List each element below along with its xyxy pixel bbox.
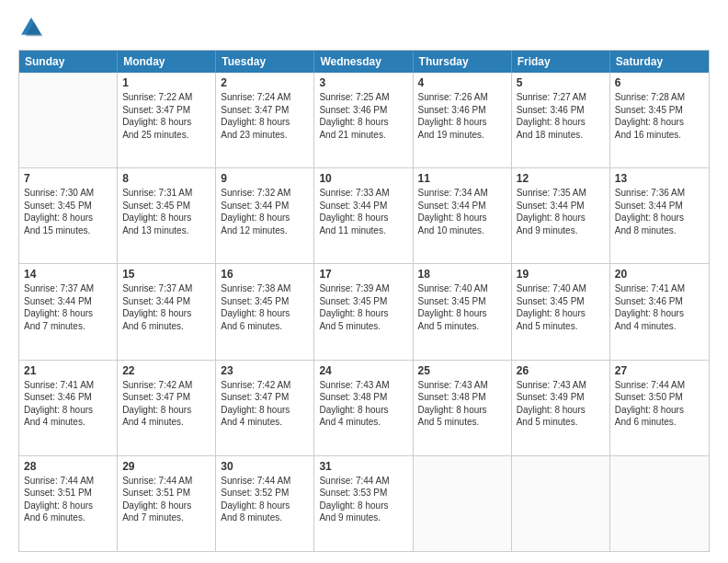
sunset-time: Sunset: 3:48 PM [418, 391, 506, 404]
sunset-time: Sunset: 3:44 PM [418, 200, 506, 213]
day-number: 19 [517, 268, 605, 281]
daylight-hours: Daylight: 8 hours [418, 404, 506, 417]
sunrise-time: Sunrise: 7:26 AM [418, 91, 506, 104]
calendar-cell [610, 456, 709, 551]
daylight-hours: Daylight: 8 hours [122, 500, 210, 512]
day-number: 20 [615, 268, 704, 281]
daylight-hours: Daylight: 8 hours [319, 404, 407, 417]
daylight-hours: Daylight: 8 hours [24, 404, 112, 417]
daylight-hours: Daylight: 8 hours [615, 307, 704, 320]
calendar-cell: 15Sunrise: 7:37 AMSunset: 3:44 PMDayligh… [118, 264, 216, 359]
sunset-time: Sunset: 3:47 PM [221, 104, 309, 117]
daylight-hours: Daylight: 8 hours [319, 212, 407, 224]
daylight-minutes: And 4 minutes. [615, 320, 704, 333]
daylight-minutes: And 5 minutes. [418, 416, 506, 429]
calendar-week-4: 21Sunrise: 7:41 AMSunset: 3:46 PMDayligh… [19, 361, 709, 456]
sunset-time: Sunset: 3:44 PM [221, 200, 309, 213]
calendar-header-monday: Monday [118, 51, 216, 73]
calendar-cell: 8Sunrise: 7:31 AMSunset: 3:45 PMDaylight… [118, 168, 216, 263]
calendar-header-saturday: Saturday [610, 51, 709, 73]
daylight-minutes: And 18 minutes. [517, 129, 605, 142]
daylight-minutes: And 5 minutes. [319, 320, 407, 333]
sunset-time: Sunset: 3:44 PM [615, 200, 704, 213]
sunrise-time: Sunrise: 7:40 AM [418, 282, 506, 295]
day-number: 18 [418, 268, 506, 281]
day-number: 15 [122, 268, 210, 281]
calendar-cell: 11Sunrise: 7:34 AMSunset: 3:44 PMDayligh… [414, 168, 512, 263]
daylight-hours: Daylight: 8 hours [221, 212, 309, 224]
sunset-time: Sunset: 3:53 PM [319, 487, 407, 500]
sunrise-time: Sunrise: 7:44 AM [319, 475, 407, 488]
calendar-cell: 22Sunrise: 7:42 AMSunset: 3:47 PMDayligh… [118, 361, 216, 455]
sunrise-time: Sunrise: 7:38 AM [221, 282, 309, 295]
daylight-hours: Daylight: 8 hours [24, 307, 112, 320]
sunrise-time: Sunrise: 7:44 AM [122, 475, 210, 488]
calendar: SundayMondayTuesdayWednesdayThursdayFrid… [18, 50, 710, 552]
calendar-cell: 5Sunrise: 7:27 AMSunset: 3:46 PMDaylight… [512, 73, 610, 167]
sunrise-time: Sunrise: 7:31 AM [122, 187, 210, 200]
daylight-minutes: And 10 minutes. [418, 224, 506, 237]
sunset-time: Sunset: 3:44 PM [24, 295, 112, 308]
day-number: 24 [319, 364, 407, 377]
sunrise-time: Sunrise: 7:41 AM [24, 379, 112, 392]
sunrise-time: Sunrise: 7:42 AM [122, 379, 210, 392]
daylight-hours: Daylight: 8 hours [517, 212, 605, 224]
sunrise-time: Sunrise: 7:44 AM [24, 475, 112, 488]
daylight-minutes: And 4 minutes. [122, 416, 210, 429]
daylight-hours: Daylight: 8 hours [517, 116, 605, 129]
daylight-hours: Daylight: 8 hours [319, 500, 407, 512]
calendar-cell: 9Sunrise: 7:32 AMSunset: 3:44 PMDaylight… [216, 168, 314, 263]
sunrise-time: Sunrise: 7:37 AM [24, 282, 112, 295]
calendar-header-thursday: Thursday [414, 51, 512, 73]
day-number: 7 [24, 172, 112, 185]
daylight-hours: Daylight: 8 hours [122, 116, 210, 129]
daylight-minutes: And 21 minutes. [319, 129, 407, 142]
sunrise-time: Sunrise: 7:39 AM [319, 282, 407, 295]
sunrise-time: Sunrise: 7:30 AM [24, 187, 112, 200]
sunset-time: Sunset: 3:52 PM [221, 487, 309, 500]
sunrise-time: Sunrise: 7:40 AM [517, 282, 605, 295]
day-number: 28 [24, 460, 112, 473]
sunset-time: Sunset: 3:47 PM [122, 391, 210, 404]
calendar-cell: 10Sunrise: 7:33 AMSunset: 3:44 PMDayligh… [314, 168, 413, 263]
calendar-cell: 28Sunrise: 7:44 AMSunset: 3:51 PMDayligh… [19, 456, 118, 551]
daylight-minutes: And 6 minutes. [615, 416, 704, 429]
daylight-hours: Daylight: 8 hours [122, 307, 210, 320]
daylight-hours: Daylight: 8 hours [221, 404, 309, 417]
sunset-time: Sunset: 3:46 PM [24, 391, 112, 404]
calendar-cell: 4Sunrise: 7:26 AMSunset: 3:46 PMDaylight… [414, 73, 512, 167]
calendar-cell: 1Sunrise: 7:22 AMSunset: 3:47 PMDaylight… [118, 73, 216, 167]
sunset-time: Sunset: 3:46 PM [517, 104, 605, 117]
sunrise-time: Sunrise: 7:33 AM [319, 187, 407, 200]
day-number: 5 [517, 76, 605, 89]
sunset-time: Sunset: 3:50 PM [615, 391, 704, 404]
day-number: 29 [122, 460, 210, 473]
daylight-minutes: And 5 minutes. [517, 416, 605, 429]
daylight-hours: Daylight: 8 hours [24, 500, 112, 512]
sunset-time: Sunset: 3:46 PM [418, 104, 506, 117]
daylight-hours: Daylight: 8 hours [319, 116, 407, 129]
daylight-minutes: And 6 minutes. [24, 511, 112, 524]
day-number: 9 [221, 172, 309, 185]
day-number: 14 [24, 268, 112, 281]
sunset-time: Sunset: 3:44 PM [517, 200, 605, 213]
calendar-cell: 31Sunrise: 7:44 AMSunset: 3:53 PMDayligh… [314, 456, 413, 551]
day-number: 3 [319, 76, 407, 89]
calendar-cell: 20Sunrise: 7:41 AMSunset: 3:46 PMDayligh… [610, 264, 709, 359]
sunset-time: Sunset: 3:51 PM [122, 487, 210, 500]
daylight-minutes: And 5 minutes. [517, 320, 605, 333]
calendar-cell: 14Sunrise: 7:37 AMSunset: 3:44 PMDayligh… [19, 264, 118, 359]
daylight-hours: Daylight: 8 hours [221, 116, 309, 129]
day-number: 31 [319, 460, 407, 473]
sunset-time: Sunset: 3:45 PM [221, 295, 309, 308]
day-number: 23 [221, 364, 309, 377]
sunrise-time: Sunrise: 7:36 AM [615, 187, 704, 200]
daylight-hours: Daylight: 8 hours [319, 307, 407, 320]
calendar-cell: 12Sunrise: 7:35 AMSunset: 3:44 PMDayligh… [512, 168, 610, 263]
sunrise-time: Sunrise: 7:37 AM [122, 282, 210, 295]
calendar-cell: 29Sunrise: 7:44 AMSunset: 3:51 PMDayligh… [118, 456, 216, 551]
day-number: 13 [615, 172, 704, 185]
daylight-hours: Daylight: 8 hours [615, 404, 704, 417]
sunrise-time: Sunrise: 7:25 AM [319, 91, 407, 104]
calendar-cell: 30Sunrise: 7:44 AMSunset: 3:52 PMDayligh… [216, 456, 314, 551]
